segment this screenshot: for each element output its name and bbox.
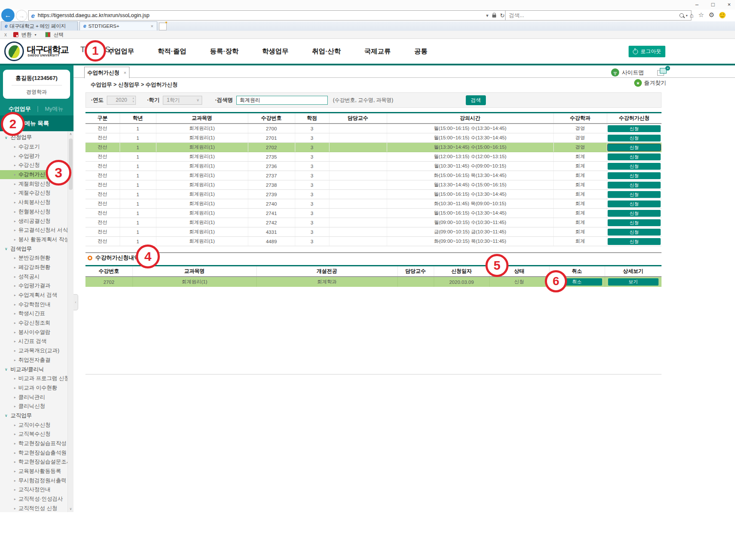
menu-item[interactable]: ▸헌혈봉사신청: [0, 207, 68, 217]
close-all-tabs-button[interactable]: ×: [657, 68, 668, 76]
menu-item[interactable]: ▸교과목개요(교과): [0, 346, 68, 356]
menu-item[interactable]: ▸수강신청조회: [0, 318, 68, 328]
window-maximize-button[interactable]: □: [711, 1, 715, 8]
apply-button[interactable]: 신청: [608, 210, 661, 217]
scroll-down-icon[interactable]: ∨: [68, 506, 74, 512]
search-icon[interactable]: [679, 13, 684, 18]
menu-item[interactable]: ▸학교현장실습표작성: [0, 439, 68, 448]
back-button[interactable]: ←: [1, 9, 15, 22]
sidebar-collapse-handle[interactable]: ‹: [74, 294, 78, 310]
nav-item-2[interactable]: 등록·장학: [210, 47, 238, 56]
menu-item[interactable]: ▸교직적인성 신청: [0, 504, 68, 513]
add-favorite-button[interactable]: ★ 즐겨찾기: [634, 79, 666, 87]
apply-button[interactable]: 신청: [608, 135, 661, 141]
apply-button[interactable]: 신청: [608, 200, 661, 207]
menu-item[interactable]: ▸클리닉관리: [0, 392, 68, 402]
menu-item[interactable]: ▸봉사이수열람: [0, 327, 68, 337]
window-minimize-button[interactable]: –: [695, 1, 698, 8]
menu-item[interactable]: ▸생리공결신청: [0, 216, 68, 226]
tab-close-icon[interactable]: ×: [123, 70, 126, 75]
menu-item[interactable]: ▸분반강좌현황: [0, 253, 68, 263]
menu-item[interactable]: ▸시간표 검색: [0, 337, 68, 346]
menu-item[interactable]: ▸학교현장실습출석원: [0, 448, 68, 457]
logout-button[interactable]: 로그아웃: [629, 46, 665, 57]
favorites-star-icon[interactable]: ☆: [698, 11, 704, 19]
section-divider: [85, 252, 662, 253]
sidebar-scrollbar[interactable]: ∧ ∨: [68, 131, 74, 512]
menu-group[interactable]: ∨교직업무: [0, 411, 68, 421]
menu-item[interactable]: ▸클리닉신청: [0, 402, 68, 411]
convert-dropdown-icon[interactable]: ▾: [35, 33, 36, 37]
addon-close-icon[interactable]: x: [4, 32, 7, 38]
nav-item-1[interactable]: 학적·졸업: [158, 47, 186, 56]
menu-item[interactable]: ▸계절수강신청: [0, 189, 68, 198]
view-button[interactable]: 보기: [608, 278, 659, 286]
nav-item-5[interactable]: 국제교류: [365, 47, 391, 56]
url-input[interactable]: e https://tigersstd.daegu.ac.kr/nxrun/ss…: [28, 10, 508, 21]
forward-button[interactable]: →: [16, 10, 27, 21]
nav-item-4[interactable]: 취업·산학: [312, 47, 341, 56]
apply-button[interactable]: 신청: [608, 229, 661, 236]
url-dropdown-icon[interactable]: ▾: [486, 13, 489, 18]
browser-tab-main-page[interactable]: e 대구대학교 + 메인 페이지: [1, 21, 78, 30]
nav-item-6[interactable]: 공통: [415, 47, 428, 56]
tab-close-icon[interactable]: ×: [151, 24, 153, 29]
scrollbar-thumb[interactable]: [69, 139, 73, 190]
menu-item[interactable]: ▸유고결석신청서 서식: [0, 226, 68, 235]
menu-item[interactable]: ▸교직사정안내: [0, 485, 68, 495]
sitemap-button[interactable]: ╦ 사이트맵: [611, 68, 644, 77]
term-select[interactable]: 1학기 ∨: [163, 96, 202, 105]
menu-item[interactable]: ▸비교과 이수현황: [0, 383, 68, 393]
menu-item[interactable]: ▸학교현장실습설문조사: [0, 457, 68, 467]
content-tab-course-permission[interactable]: 수업허가신청 ×: [84, 67, 129, 78]
scroll-up-icon[interactable]: ∧: [68, 131, 74, 137]
apply-button[interactable]: 신청: [608, 238, 661, 245]
menu-item[interactable]: ▸무시험검정원서출력: [0, 476, 68, 485]
apply-button[interactable]: 신청: [608, 153, 661, 160]
year-stepper[interactable]: 2020 ∧∨: [107, 96, 136, 105]
apply-button[interactable]: 신청: [608, 163, 661, 170]
apply-button[interactable]: 신청: [608, 191, 661, 198]
convert-button[interactable]: 변환: [21, 31, 32, 38]
nav-item-3[interactable]: 학생업무: [262, 47, 288, 56]
menu-group[interactable]: ∨비교과/클리닉: [0, 365, 68, 374]
keyword-input[interactable]: 회계원리: [236, 96, 328, 105]
feedback-smiley-icon[interactable]: [719, 12, 726, 18]
menu-group[interactable]: ∨검색업무: [0, 244, 68, 253]
university-logo[interactable]: [4, 41, 24, 61]
menu-item[interactable]: ▸학생시간표: [0, 309, 68, 318]
menu-item[interactable]: ▸봉사 활동계획서 작성: [0, 235, 68, 245]
menu-item[interactable]: ▸폐강강좌현황: [0, 263, 68, 272]
menu-item[interactable]: ▸수업평가결과: [0, 281, 68, 291]
browser-search-input[interactable]: 검색... ▾: [505, 10, 691, 21]
apply-button[interactable]: 신청: [608, 144, 661, 151]
window-close-button[interactable]: ×: [727, 1, 731, 8]
search-button[interactable]: 검색: [466, 95, 486, 105]
apply-button[interactable]: 신청: [608, 219, 661, 226]
menu-item[interactable]: ▸사회봉사신청: [0, 198, 68, 207]
menu-item[interactable]: ▸수강학점안내: [0, 300, 68, 309]
sidebar-tab-mymenu[interactable]: My메뉴: [45, 105, 63, 113]
nav-item-0[interactable]: 수업업무: [108, 47, 134, 56]
stepper-arrows-icon[interactable]: ∧∨: [132, 97, 134, 103]
menu-item[interactable]: ▸교직이수신청: [0, 420, 68, 430]
apply-button[interactable]: 신청: [608, 182, 661, 189]
home-icon[interactable]: ⌂: [690, 12, 694, 19]
apply-button[interactable]: 신청: [608, 125, 661, 132]
browser-tab-stdtigers[interactable]: e STDTIGERS+ ×: [79, 21, 157, 30]
settings-gear-icon[interactable]: ⚙: [709, 11, 714, 19]
menu-item[interactable]: ▸수강포기: [0, 142, 68, 152]
menu-item[interactable]: ▸수업계획서 검색: [0, 291, 68, 300]
select-button[interactable]: 선택: [53, 31, 64, 38]
menu-item[interactable]: ▸교육봉사활동등록: [0, 467, 68, 476]
search-dropdown-icon[interactable]: ▾: [686, 14, 688, 18]
menu-item[interactable]: ▸비교과 프로그램 신청: [0, 374, 68, 383]
apply-button[interactable]: 신청: [608, 172, 661, 179]
refresh-icon[interactable]: ↻: [500, 12, 505, 19]
menu-item[interactable]: ▸교직적성·인성검사: [0, 495, 68, 504]
new-tab-button[interactable]: [159, 23, 167, 30]
menu-item[interactable]: ▸취업전자출결: [0, 356, 68, 365]
menu-item[interactable]: ▸수업평가: [0, 151, 68, 161]
menu-item[interactable]: ▸교직복수신청: [0, 430, 68, 439]
menu-item[interactable]: ▸성적공시: [0, 272, 68, 281]
